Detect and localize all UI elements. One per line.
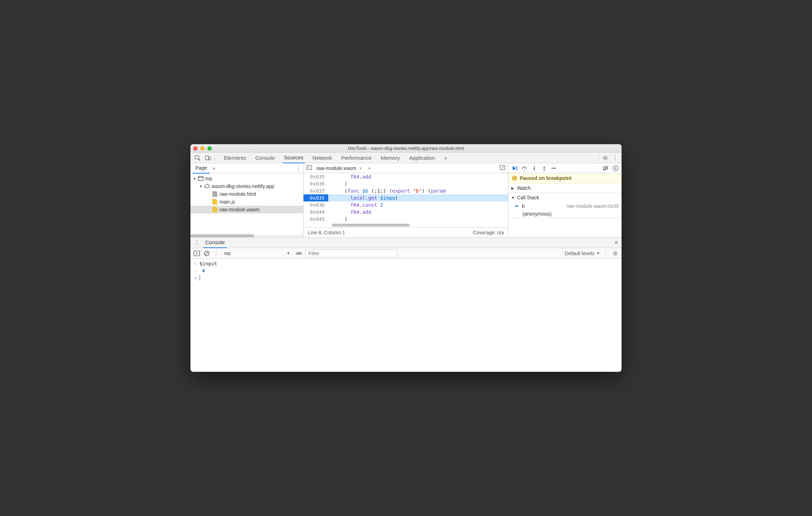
log-levels-select[interactable]: Default levels ▼ [565,251,600,256]
callstack-label: Call Stack [517,195,539,200]
sources-panel: Page » ⋮ ▼ top ▼ wasm-dbg-stories.netlif… [190,163,622,238]
svg-point-19 [552,168,553,169]
console-body[interactable]: › $input ‹· 4 › [190,259,622,372]
titlebar: DevTools - wasm-dbg-stories.netlify.app/… [190,144,622,153]
main-toolbar: Elements Console Sources Network Perform… [190,153,622,163]
tabs-overflow-icon[interactable]: » [443,153,448,163]
expand-toggle-icon[interactable]: ▼ [193,177,197,181]
editor-status-bar: Line 8, Column 1 Coverage: n/a [304,227,508,237]
svg-point-13 [534,170,535,171]
console-prompt-row[interactable]: › [190,274,622,281]
navigator-tab-page[interactable]: Page [193,163,210,174]
svg-rect-6 [307,165,312,170]
cloud-icon [204,183,210,189]
close-tab-icon[interactable]: × [359,165,362,171]
traffic-lights [193,146,212,151]
console-settings-icon[interactable] [612,250,619,257]
editor-scrollbar[interactable] [304,224,508,227]
svg-rect-9 [516,166,517,170]
tab-memory[interactable]: Memory [379,153,401,163]
tree-label: top [205,176,212,181]
window-title: DevTools - wasm-dbg-stories.netlify.app/… [190,146,622,151]
deactivate-breakpoints-icon[interactable] [602,165,609,171]
svg-rect-1 [206,156,208,160]
callstack-section-header[interactable]: ▼ Call Stack [508,193,622,202]
svg-point-28 [298,253,300,254]
levels-label: Default levels [565,251,594,256]
svg-marker-15 [543,166,545,168]
editor-body[interactable]: 0x0350x0360x0370x0390x03b0x0440x045 f64.… [304,173,508,224]
minimize-window-button[interactable] [200,146,205,151]
file-tree: ▼ top ▼ wasm-dbg-stories.netlify.app raw… [190,173,303,234]
toggle-debugger-icon[interactable] [499,165,506,171]
editor-pane: raw-module.wasm × » 0x0350x0360x0370x039… [304,163,508,237]
navigator-menu-icon[interactable]: ⋮ [295,165,301,171]
step-icon[interactable] [551,165,557,171]
tab-console[interactable]: Console [254,153,276,163]
step-into-icon[interactable] [531,165,537,171]
settings-icon[interactable] [602,154,609,162]
resume-icon[interactable] [511,165,518,171]
paused-message: Paused on breakpoint [520,175,571,181]
svg-point-10 [524,169,525,170]
gutter[interactable]: 0x0350x0360x0370x0390x03b0x0440x045 [304,173,328,224]
tree-row-file[interactable]: raw-module.html [190,190,303,198]
toggle-navigator-icon[interactable] [306,165,313,171]
expand-toggle-icon[interactable]: ▼ [199,184,203,188]
tab-sources[interactable]: Sources [283,153,305,163]
editor-file-tab[interactable]: raw-module.wasm × [313,163,366,173]
tree-label: raw-module.html [219,191,256,197]
step-out-icon[interactable] [541,165,547,171]
paused-banner: i Paused on breakpoint [508,173,622,183]
navigator-tabs-overflow[interactable]: » [210,163,218,174]
console-input-text: $input [199,261,217,266]
maximize-window-button[interactable] [207,146,212,151]
drawer-header: ⋮ Console × [190,238,622,248]
stack-frame[interactable]: ➡ b raw-module.wasm:0x39 [508,202,622,210]
pause-on-exceptions-icon[interactable] [612,165,619,171]
file-icon [212,206,218,213]
editor-tabs-overflow[interactable]: » [366,165,373,171]
tree-row-file[interactable]: main.js [190,198,303,206]
code-area[interactable]: f64.add ) (func $b (;1;) (export "b") (p… [328,173,508,224]
svg-rect-23 [615,167,616,169]
tab-application[interactable]: Application [408,153,436,163]
more-menu-icon[interactable]: ⋮ [612,154,618,161]
tree-label: wasm-dbg-stories.netlify.app [212,183,274,189]
frame-icon [198,175,204,182]
navigator-pane: Page » ⋮ ▼ top ▼ wasm-dbg-stories.netlif… [190,163,304,237]
svg-marker-18 [554,167,556,169]
cursor [200,275,200,281]
watch-section-header[interactable]: ▶ Watch [508,183,622,193]
console-sidebar-icon[interactable] [193,250,200,257]
drawer-close-icon[interactable]: × [614,239,618,246]
tree-label: main.js [219,199,235,205]
cursor-position: Line 8, Column 1 [308,230,345,235]
editor-file-name: raw-module.wasm [316,165,357,171]
live-expression-icon[interactable] [295,250,302,257]
inspect-element-icon[interactable] [194,154,201,162]
tree-row-domain[interactable]: ▼ wasm-dbg-stories.netlify.app [190,182,303,190]
watch-label: Watch [517,185,531,191]
tab-performance[interactable]: Performance [340,153,373,163]
info-icon: i [512,176,517,181]
navigator-scrollbar[interactable] [190,234,303,237]
tab-network[interactable]: Network [311,153,334,163]
console-filter-input[interactable] [305,250,397,257]
device-toggle-icon[interactable] [205,154,212,162]
clear-console-icon[interactable] [203,250,210,257]
tab-elements[interactable]: Elements [223,153,248,163]
tree-row-top[interactable]: ▼ top [190,175,303,182]
tree-row-file[interactable]: raw-module.wasm [190,206,303,213]
devtools-window: DevTools - wasm-dbg-stories.netlify.app/… [190,144,622,372]
svg-rect-4 [198,176,203,181]
drawer-menu-icon[interactable]: ⋮ [194,239,200,246]
debugger-pane: i Paused on breakpoint ▶ Watch ▼ Call St… [508,163,622,237]
expand-arrow-icon: ▶ [511,186,515,190]
drawer-tab-console[interactable]: Console [203,238,227,248]
step-over-icon[interactable] [521,165,528,171]
console-context-select[interactable]: top ▼ [222,250,293,257]
stack-frame[interactable]: (anonymous) [508,210,622,218]
output-marker-icon: ‹· [194,268,199,273]
close-window-button[interactable] [193,146,198,151]
